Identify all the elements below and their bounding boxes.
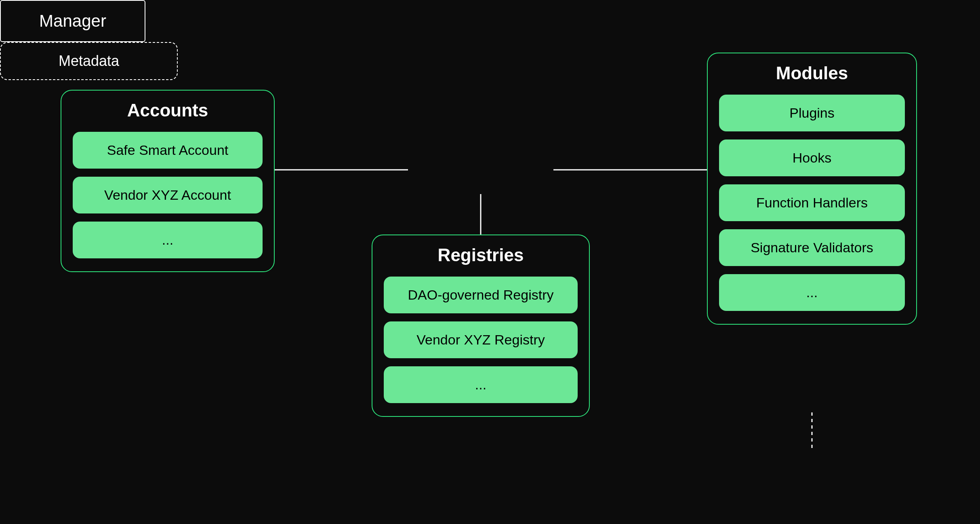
registries-item: ... — [384, 366, 578, 403]
modules-item: Function Handlers — [719, 184, 905, 221]
accounts-item: Safe Smart Account — [73, 132, 263, 169]
registries-item: DAO-governed Registry — [384, 277, 578, 313]
modules-box: Modules Plugins Hooks Function Handlers … — [707, 53, 917, 325]
manager-node: Manager — [0, 0, 145, 42]
accounts-title: Accounts — [73, 100, 263, 120]
accounts-item: Vendor XYZ Account — [73, 177, 263, 213]
accounts-item: ... — [73, 222, 263, 258]
modules-item: Signature Validators — [719, 229, 905, 266]
modules-item: Hooks — [719, 139, 905, 176]
registries-title: Registries — [384, 245, 578, 265]
diagram-canvas: Manager Accounts Safe Smart Account Vend… — [0, 0, 980, 524]
modules-item: Plugins — [719, 95, 905, 131]
registries-box: Registries DAO-governed Registry Vendor … — [372, 235, 590, 417]
registries-item: Vendor XYZ Registry — [384, 321, 578, 358]
modules-title: Modules — [719, 63, 905, 83]
accounts-box: Accounts Safe Smart Account Vendor XYZ A… — [61, 90, 275, 272]
modules-item: ... — [719, 274, 905, 311]
metadata-box: Metadata — [0, 42, 178, 80]
